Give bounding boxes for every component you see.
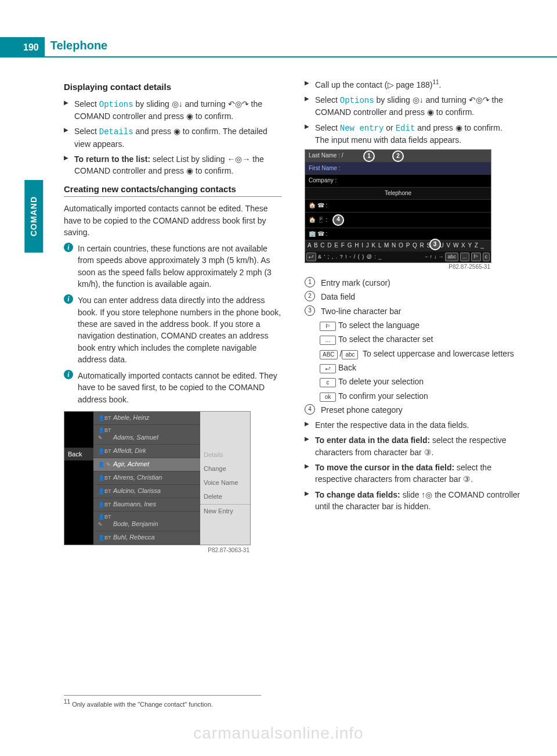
legend-subitem: 🏳To select the language xyxy=(305,319,522,331)
step: To move the cursor in the data field: se… xyxy=(305,462,522,485)
step: To enter data in the data field: select … xyxy=(305,434,522,458)
paragraph: Automatically imported contacts cannot b… xyxy=(64,203,281,238)
legend-item: 2Data field xyxy=(305,291,522,303)
back-label: Back xyxy=(64,448,93,460)
heading-displaying-details: Displaying contact details xyxy=(64,81,281,93)
step: Select Details and press ◉ to confirm. T… xyxy=(64,125,281,150)
figure-contact-list: Back 👤BTAbele, Heinz 👤BT ✎Adams, Samuel … xyxy=(64,411,251,545)
ui-term-options: Options xyxy=(340,96,374,105)
dots-icon: ... xyxy=(320,336,336,345)
legend-subitem: ABC/abc To select uppercase and lowercas… xyxy=(305,348,522,359)
page-number: 190 xyxy=(0,37,45,57)
legend-item: 3Two-line character bar xyxy=(305,305,522,317)
ui-term-new-entry: New entry xyxy=(340,124,384,133)
step: Select Options by sliding ◎↓ and turning… xyxy=(305,94,522,118)
step: Select New entry or Edit and press ◉ to … xyxy=(305,122,522,146)
step: Enter the respective data in the data fi… xyxy=(305,419,522,431)
ui-term-edit: Edit xyxy=(396,124,415,133)
legend-subitem: ...To select the character set xyxy=(305,333,522,345)
step: Select Options by sliding ◎↓ and turning… xyxy=(64,98,281,123)
ok-icon: ok xyxy=(320,393,336,402)
figure-input-menu: Last Name : / 1 2 First Name : Company :… xyxy=(305,149,491,263)
step: To return to the list: select List by sl… xyxy=(64,153,281,177)
left-column: Displaying contact details Select Option… xyxy=(64,75,281,560)
right-column: Call up the contact (▷ page 188)11. Sele… xyxy=(305,75,522,560)
heading-creating-contacts: Creating new contacts/changing contacts xyxy=(64,183,281,197)
options-menu: Details Change Voice Name Delete New Ent… xyxy=(200,412,250,545)
side-tab-comand: COMAND xyxy=(24,180,43,253)
info-note: Automatically imported contacts cannot b… xyxy=(64,370,281,405)
info-note: You can enter address data directly into… xyxy=(64,294,281,365)
step: Call up the contact (▷ page 188)11. xyxy=(305,78,522,91)
ui-term-options: Options xyxy=(99,100,133,109)
step: To change data fields: slide ↑◎ the COMA… xyxy=(305,489,522,513)
legend-item: 4Preset phone category xyxy=(305,404,522,416)
figure-caption: P82.87-2565-31 xyxy=(305,263,490,272)
ui-term-details: Details xyxy=(99,127,133,136)
legend-subitem: okTo confirm your selection xyxy=(305,390,522,402)
contact-list-items: 👤BTAbele, Heinz 👤BT ✎Adams, Samuel 👤BTAf… xyxy=(93,412,200,545)
back-icon: ⮐ xyxy=(320,364,336,373)
watermark: carmanualsonline.info xyxy=(0,722,557,746)
section-title: Telephone xyxy=(45,35,557,57)
legend-item: 1Entry mark (cursor) xyxy=(305,277,522,289)
abc-lower-icon: abc xyxy=(342,350,358,359)
delete-icon: c xyxy=(320,378,336,387)
legend-subitem: ⮐Back xyxy=(305,362,522,373)
abc-upper-icon: ABC xyxy=(320,350,338,359)
info-note: In certain countries, these functions ar… xyxy=(64,243,281,290)
page-header: 190 Telephone xyxy=(0,0,557,57)
legend-subitem: cTo delete your selection xyxy=(305,376,522,387)
footnote: 11 Only available with the "Change conta… xyxy=(64,695,261,710)
figure-caption: P82.87-3063-31 xyxy=(64,546,249,555)
flag-icon: 🏳 xyxy=(320,322,336,331)
